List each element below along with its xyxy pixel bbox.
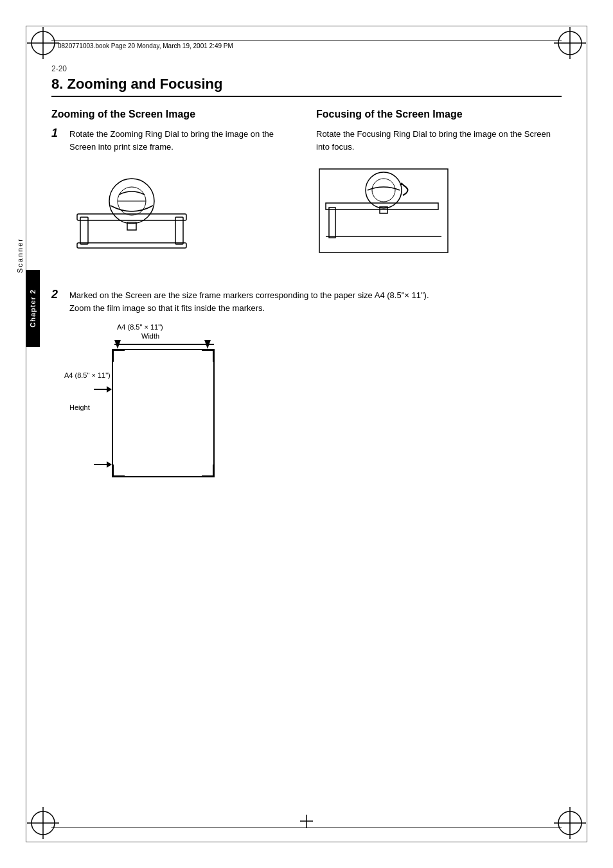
focus-svg bbox=[316, 166, 451, 256]
chapter-label: Chapter 2 bbox=[29, 289, 37, 328]
corner-mark-tl bbox=[27, 27, 45, 45]
svg-point-27 bbox=[372, 179, 395, 202]
bracket-bl bbox=[112, 465, 125, 477]
left-arrow-bottom bbox=[94, 461, 112, 468]
corner-mark-bl bbox=[27, 807, 59, 841]
svg-rect-22 bbox=[319, 169, 448, 252]
main-content: 2-20 8. Zooming and Focusing Zooming of … bbox=[51, 64, 562, 503]
bracket-tr bbox=[202, 349, 215, 362]
frame-diagram: A4 (8.5" × 11") Width bbox=[64, 323, 270, 503]
header-text: 0820771003.book Page 20 Monday, March 19… bbox=[58, 42, 233, 49]
bracket-br bbox=[202, 465, 215, 477]
two-column-layout: Zooming of the Screen Image 1 Rotate the… bbox=[51, 109, 562, 269]
zoom-diagram bbox=[58, 166, 199, 269]
a4-top-label: A4 (8.5" × 11") bbox=[117, 323, 163, 331]
top-line bbox=[114, 344, 214, 345]
step1-num: 1 bbox=[51, 127, 64, 153]
main-frame-box bbox=[112, 349, 215, 477]
svg-rect-14 bbox=[77, 243, 186, 248]
step2-section: 2 Marked on the Screen are the size fram… bbox=[51, 288, 562, 503]
height-label: Height bbox=[69, 403, 90, 411]
main-title: 8. Zooming and Focusing bbox=[51, 76, 562, 97]
page-number: 2-20 bbox=[51, 64, 562, 73]
svg-rect-15 bbox=[80, 217, 88, 244]
left-arrow-top bbox=[94, 386, 112, 393]
corner-mark-tr bbox=[554, 27, 586, 61]
focusing-text: Rotate the Focusing Ring Dial to bring t… bbox=[316, 127, 562, 153]
scanner-label: Scanner bbox=[16, 238, 24, 273]
svg-rect-16 bbox=[175, 217, 183, 244]
step1-item: 1 Rotate the Zooming Ring Dial to bring … bbox=[51, 127, 297, 153]
step2-num: 2 bbox=[51, 288, 64, 314]
a4-left-label: A4 (8.5" × 11") bbox=[64, 371, 111, 379]
top-reg-line bbox=[51, 40, 562, 40]
chapter-tab: Chapter 2 bbox=[26, 270, 40, 347]
corner-mark-br bbox=[554, 807, 586, 841]
focusing-section: Focusing of the Screen Image Rotate the … bbox=[316, 109, 562, 269]
width-label: Width bbox=[141, 332, 159, 340]
svg-rect-24 bbox=[329, 208, 335, 238]
zoom-svg bbox=[58, 166, 206, 265]
step1-text: Rotate the Zooming Ring Dial to bring th… bbox=[69, 127, 297, 153]
focus-diagram-container bbox=[316, 166, 562, 256]
zooming-title: Zooming of the Screen Image bbox=[51, 109, 297, 120]
step2-item: 2 Marked on the Screen are the size fram… bbox=[51, 288, 562, 314]
zooming-section: Zooming of the Screen Image 1 Rotate the… bbox=[51, 109, 297, 269]
step2-text: Marked on the Screen are the size frame … bbox=[69, 288, 429, 314]
bottom-reg-line bbox=[51, 828, 562, 828]
bracket-tl bbox=[112, 349, 125, 362]
focusing-title: Focusing of the Screen Image bbox=[316, 109, 562, 120]
